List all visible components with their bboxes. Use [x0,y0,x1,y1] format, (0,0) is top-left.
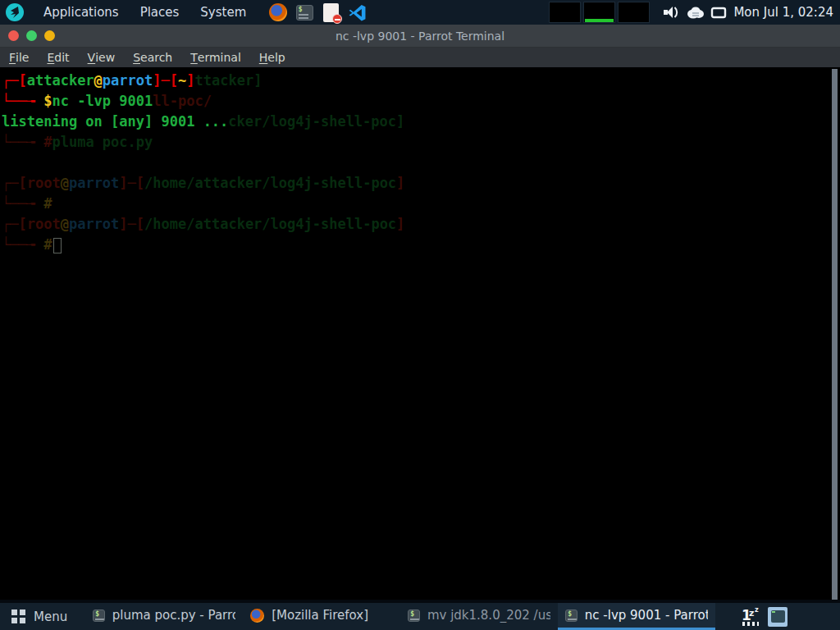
workspace-1[interactable] [549,2,581,23]
terminal-line: ┌─[attacker@parrot]─[~]ttacker] [2,71,840,91]
menu-system[interactable]: System [189,0,257,25]
terminal-line: └──╼ # [2,194,840,214]
task-pluma-terminal[interactable]: pluma poc.py - Parrot ... [85,603,243,630]
task-mv-jdk-terminal[interactable]: mv jdk1.8.0_202 /usr/... [400,603,558,630]
terminal-icon [408,609,420,622]
terminal-window: nc -lvp 9001 - Parrot Terminal File Edit… [0,25,840,600]
window-title: nc -lvp 9001 - Parrot Terminal [0,30,840,43]
terminal-content[interactable]: ┌─[attacker@parrot]─[~]ttacker]└──╼ $nc … [0,69,840,600]
terminal-icon [93,609,105,622]
terminal-line [2,153,840,173]
terminal-line: ┌─[root@parrot]─[/home/attacker/log4j-sh… [2,214,840,235]
taskbar-tray: 1zz [741,603,788,630]
terminal-line: └──╼ #pluma poc.py [2,132,840,153]
menu-terminal[interactable]: Terminal [181,48,250,67]
vscode-icon[interactable] [347,2,367,22]
menu-view[interactable]: View [79,48,125,67]
terminal-icon[interactable] [294,2,314,22]
taskbar-menu-label: Menu [34,609,67,624]
cloud-sync-icon[interactable] [686,5,705,20]
task-firefox[interactable]: [Mozilla Firefox] [243,603,400,630]
taskbar-menu-button[interactable]: Menu [0,603,80,630]
chip-indicator-icon[interactable]: 1zz [741,607,761,627]
menu-help[interactable]: Help [250,48,294,67]
workspace-2-active[interactable] [583,2,615,23]
menu-places[interactable]: Places [130,0,190,25]
workspace-switcher [549,2,650,23]
menu-grid-icon [11,609,25,623]
display-icon[interactable] [710,6,727,19]
firefox-icon [250,609,264,623]
workspace-3[interactable] [618,2,650,23]
terminal-line: ┌─[root@parrot]─[/home/attacker/log4j-sh… [2,173,840,194]
volume-icon[interactable] [663,4,681,21]
scrollbar[interactable] [832,69,838,600]
clock[interactable]: Mon Jul 1, 02:24 [733,5,833,20]
menu-file[interactable]: File [0,48,38,67]
menu-edit[interactable]: Edit [38,48,78,67]
titlebar[interactable]: nc -lvp 9001 - Parrot Terminal [0,25,840,48]
task-nc-terminal-active[interactable]: nc -lvp 9001 - Parrot T... [558,603,715,630]
firefox-icon[interactable] [268,2,288,22]
terminal-icon [565,609,578,622]
panel-tray [663,4,727,21]
terminal-line: └──╼ $nc -lvp 9001ll-poc/ [2,91,840,112]
menu-applications[interactable]: Applications [33,0,130,25]
taskbar: Menu pluma poc.py - Parrot ... [Mozilla … [0,603,840,630]
terminal-line: └──╼ # [2,235,840,255]
terminal-tray-icon[interactable] [768,607,788,627]
parrot-logo-icon[interactable] [5,2,25,22]
menu-search[interactable]: Search [124,48,181,67]
terminal-cursor [53,238,62,253]
pluma-icon[interactable] [321,2,340,22]
terminal-menubar: File Edit View Search Terminal Help [0,48,840,69]
terminal-line: listening on [any] 9001 ...cker/log4j-sh… [2,112,840,132]
launcher-bar [268,2,367,22]
blocked-badge-icon [332,14,342,24]
top-panel: Applications Places System [0,0,840,25]
window-tasklist: pluma poc.py - Parrot ... [Mozilla Firef… [85,603,715,630]
